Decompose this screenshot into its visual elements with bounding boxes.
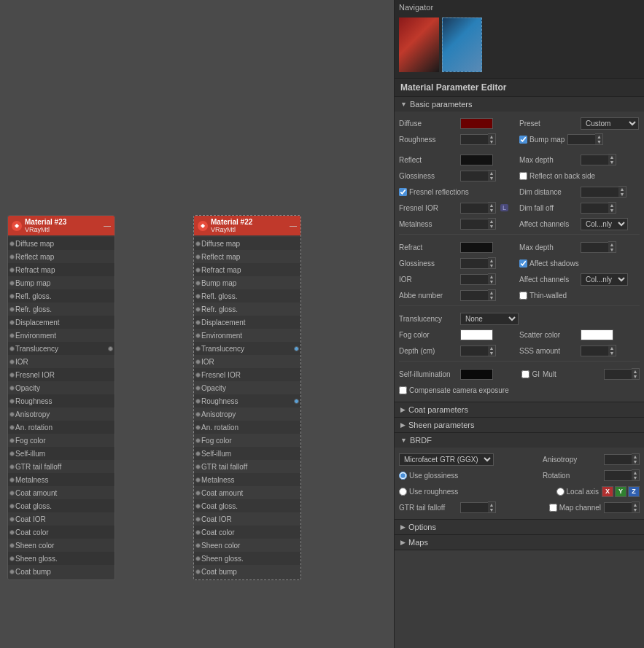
glossiness2-spinner[interactable]: ▲ ▼ [488,257,496,269]
thin-walled-checkbox[interactable] [519,292,527,300]
gi-checkbox[interactable] [521,370,529,378]
use-roughness-radio-label[interactable]: Use roughness [399,488,458,496]
metalness-up[interactable]: ▲ [488,219,495,224]
node-material-22[interactable]: ◆ Material #22 VRayMtl — Diffuse map Ref… [193,215,301,580]
dim-falloff-up[interactable]: ▲ [608,203,616,208]
gtr-falloff-input[interactable]: 2.0 [460,502,488,513]
node-23-header[interactable]: ◆ Material #23 VRayMtl — [8,216,115,235]
roughness-down[interactable]: ▼ [488,139,495,144]
node-22-header[interactable]: ◆ Material #22 VRayMtl — [194,216,300,235]
ior-up[interactable]: ▲ [488,274,495,279]
glossiness-down[interactable]: ▼ [488,176,495,181]
max-depth2-down[interactable]: ▼ [608,247,616,252]
anisotropy-input[interactable]: 0.0 [604,454,632,465]
map-channel-checkbox[interactable] [549,504,557,512]
bump-map-checkbox[interactable] [519,136,527,144]
gtr-falloff-spinner[interactable]: ▲ ▼ [488,501,496,513]
glossiness2-down[interactable]: ▼ [488,263,495,268]
max-depth-spinner[interactable]: ▲ ▼ [608,154,616,165]
section-basic-header[interactable]: ▼ Basic parameters [395,97,644,112]
mult-input[interactable]: 1.0 [604,369,632,380]
use-glossiness-radio-label[interactable]: Use glossiness [399,472,458,480]
reflect-back-checkbox[interactable] [519,172,527,180]
dim-distance-down[interactable]: ▼ [618,192,626,197]
node-22-close[interactable]: — [290,222,297,230]
rotation-input[interactable]: 0.0 [604,470,632,481]
glossiness-up[interactable]: ▲ [488,171,495,176]
section-maps-header[interactable]: ▶ Maps [395,535,644,550]
glossiness-spinner[interactable]: ▲ ▼ [488,170,496,181]
max-depth2-up[interactable]: ▲ [608,242,616,247]
section-coat-header[interactable]: ▶ Coat parameters [395,402,644,417]
rotation-down[interactable]: ▼ [632,475,639,480]
compensate-checkbox-label[interactable]: Compensate camera exposure [399,386,509,394]
dim-distance-up[interactable]: ▲ [618,187,626,192]
dim-falloff-down[interactable]: ▼ [608,208,616,213]
metalness-down[interactable]: ▼ [488,224,495,229]
ior-input[interactable]: 1.6 [460,274,488,285]
glossiness-input[interactable]: 1.0 [460,171,488,181]
fresnel-ior-down[interactable]: ▼ [488,208,495,213]
bump-down[interactable]: ▼ [595,139,602,144]
dim-distance-spinner[interactable]: ▲ ▼ [618,186,626,198]
node-23-close[interactable]: — [104,222,111,230]
map-channel-spinner[interactable]: ▲ ▼ [632,501,640,513]
rotation-up[interactable]: ▲ [632,470,639,475]
mult-spinner[interactable]: ▲ ▼ [632,368,640,380]
anisotropy-up[interactable]: ▲ [632,454,639,459]
reflect-back-label[interactable]: Reflect on back side [519,172,595,180]
glossiness2-up[interactable]: ▲ [488,258,495,263]
gtr-falloff-up[interactable]: ▲ [488,502,495,507]
anisotropy-down[interactable]: ▼ [632,459,639,464]
sss-input[interactable]: 1.0 [581,346,608,356]
fresnel-ior-spinner[interactable]: ▲ ▼ [488,202,496,214]
translucency-select[interactable]: None [460,313,519,325]
section-sheen-header[interactable]: ▶ Sheen parameters [395,418,644,432]
affect-shadows-checkbox[interactable] [519,259,527,268]
metalness-spinner[interactable]: ▲ ▼ [488,218,496,230]
bump-map-spinner[interactable]: ▲ ▼ [595,133,603,145]
map-channel-checkbox-label[interactable]: Map channel [549,504,601,512]
depth-up[interactable]: ▲ [488,346,495,351]
roughness-spinner[interactable]: ▲ ▼ [488,133,496,145]
map-channel-input[interactable]: 1 [604,502,632,513]
section-options-header[interactable]: ▶ Options [395,520,644,534]
bump-up[interactable]: ▲ [595,134,602,139]
node-material-23[interactable]: ◆ Material #23 VRayMtl — Diffuse map Ref… [7,215,115,580]
affect-channels2-select[interactable]: Col...nly [581,273,628,286]
dim-falloff-input[interactable]: 0.0 [581,203,608,214]
scatter-color-box[interactable] [581,329,613,340]
z-axis-button[interactable]: Z [628,486,640,497]
abbe-down[interactable]: ▼ [488,295,495,300]
node-graph[interactable]: ◆ Material #23 VRayMtl — Diffuse map Ref… [0,0,394,648]
refract-color-box[interactable] [460,242,493,253]
brdf-type-select[interactable]: Microfacet GTR (GGX) [399,453,494,466]
compensate-checkbox[interactable] [399,386,407,394]
affect-channels-select[interactable]: Col...nly [581,218,628,230]
map-channel-up[interactable]: ▲ [632,502,639,507]
depth-spinner[interactable]: ▲ ▼ [488,345,496,356]
mult-down[interactable]: ▼ [632,374,639,379]
fresnel-checkbox[interactable] [399,188,407,196]
use-roughness-radio[interactable] [399,488,407,496]
max-depth-up[interactable]: ▲ [608,155,616,160]
bump-map-input[interactable]: 30.0 [567,134,595,145]
dim-distance-input[interactable]: 100.0cm [581,187,618,198]
section-brdf-header[interactable]: ▼ BRDF [395,433,644,448]
thin-walled-checkbox-label[interactable]: Thin-walled [519,292,567,300]
glossiness2-input[interactable]: 1.0 [460,258,488,269]
fresnel-checkbox-label[interactable]: Fresnel reflections [399,188,469,196]
y-axis-button[interactable]: Y [615,486,626,497]
sss-spinner[interactable]: ▲ ▼ [608,345,616,356]
gtr-falloff-down[interactable]: ▼ [488,507,495,512]
abbe-spinner[interactable]: ▲ ▼ [488,289,496,301]
preset-select[interactable]: Custom [581,117,639,130]
dim-falloff-spinner[interactable]: ▲ ▼ [608,202,616,214]
rotation-spinner[interactable]: ▲ ▼ [632,469,640,481]
local-axis-radio-label[interactable]: Local axis [556,488,599,496]
ior-spinner[interactable]: ▲ ▼ [488,273,496,285]
roughness-up[interactable]: ▲ [488,134,495,139]
reflect-color-box[interactable] [460,155,493,165]
diffuse-color-box[interactable] [460,118,493,129]
affect-shadows-checkbox-label[interactable]: Affect shadows [519,259,579,268]
